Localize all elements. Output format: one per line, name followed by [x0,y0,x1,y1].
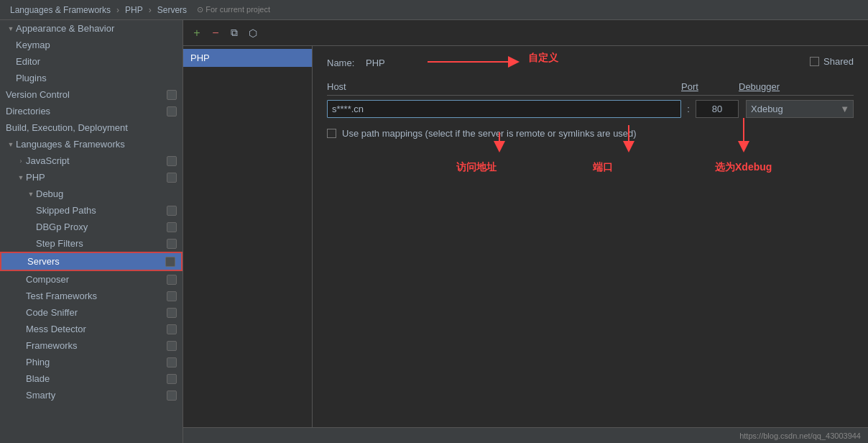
sidebar-item-mess-detector[interactable]: Mess Detector [0,321,183,337]
columns-header: Host Port Debugger [327,81,854,96]
debugger-select[interactable]: Xdebug Zend Debugger [746,100,854,118]
vcs-badge [167,90,177,100]
sidebar-item-label: Composer [26,274,69,285]
sidebar-item-smarty[interactable]: Smarty [0,387,183,403]
sidebar-item-debug[interactable]: ▼ Debug [0,186,183,202]
chevron-right-icon: › [16,156,26,166]
sidebar-item-label: Mess Detector [26,324,86,334]
sidebar-item-label: Keymap [16,40,50,50]
skipped-badge [167,206,177,216]
sidebar-item-label: JavaScript [26,155,70,166]
port-separator: : [681,104,696,114]
server-list-item-label: PHP [190,52,210,63]
sidebar-item-label: Step Filters [36,238,83,249]
server-config: Shared Name: Host Port [313,46,868,427]
top-bar: Languages & Frameworks › PHP › Servers F… [0,0,868,20]
debugger-select-wrapper: Xdebug Zend Debugger ▼ [746,100,854,118]
for-current-label: For current project [197,5,270,14]
sidebar-item-servers[interactable]: Servers [0,252,183,271]
host-port-debugger-row: : Xdebug Zend Debugger ▼ [327,100,854,118]
sidebar-item-dbgp[interactable]: DBGp Proxy [0,219,183,235]
sidebar-item-php[interactable]: ▼ PHP [0,169,183,186]
annotation-host: 访问地址 [456,161,497,174]
shared-checkbox[interactable] [810,57,819,66]
add-server-button[interactable]: + [189,25,205,41]
sidebar-item-label: Servers [27,256,60,267]
port-col-header: Port [681,81,739,92]
server-list: PHP [183,46,313,427]
name-row: Name: [327,56,854,70]
sidebar-item-blade[interactable]: Blade [0,370,183,387]
servers-badge [165,257,175,267]
sidebar-item-skipped-paths[interactable]: Skipped Paths [0,202,183,219]
sidebar-item-label: Languages & Frameworks [16,139,125,150]
dbgp-badge [167,222,177,232]
sidebar: ▼ Appearance & Behavior Keymap Editor Pl… [0,20,183,443]
sidebar-item-label: Plugins [16,73,47,83]
sniffer-badge [167,308,177,318]
sidebar-item-frameworks[interactable]: Frameworks [0,337,183,354]
sidebar-item-composer[interactable]: Composer [0,271,183,288]
blade-badge [167,374,177,384]
sidebar-item-label: Editor [16,56,40,67]
sidebar-item-label: Build, Execution, Deployment [6,122,128,133]
sidebar-item-label: Test Frameworks [26,291,97,301]
smarty-badge [167,391,177,401]
chevron-down-icon: ▼ [6,24,16,34]
sidebar-item-label: Debug [36,188,63,199]
js-badge [167,156,177,166]
sidebar-item-label: Blade [26,373,50,384]
content-area: + − ⧉ ⬡ PHP Shared [183,20,868,443]
footer-url: https://blog.csdn.net/qq_43003944 [739,431,861,440]
remove-server-button[interactable]: − [208,25,223,41]
debugger-col-header: Debugger [739,81,854,92]
directories-badge [167,106,177,117]
move-server-button[interactable]: ⬡ [245,25,261,41]
path-mappings-row: Use path mappings (select if the server … [327,128,854,139]
sidebar-item-javascript[interactable]: › JavaScript [0,152,183,169]
shared-area: Shared [810,56,854,67]
toolbar: + − ⧉ ⬡ [183,20,868,46]
name-label: Name: [327,58,363,68]
composer-badge [167,275,177,285]
annotation-port: 端口 [593,161,613,174]
name-input[interactable] [363,56,489,70]
server-list-item[interactable]: PHP [183,49,312,67]
sidebar-item-step-filters[interactable]: Step Filters [0,235,183,252]
chevron-down-icon: ▼ [16,173,26,183]
sidebar-item-languages[interactable]: ▼ Languages & Frameworks [0,136,183,152]
path-mappings-checkbox[interactable] [327,129,336,138]
sidebar-item-phing[interactable]: Phing [0,354,183,370]
sidebar-item-vcs[interactable]: Version Control [0,86,183,103]
breadcrumb-sep-2: › [149,5,152,15]
host-input[interactable] [327,100,681,118]
php-badge [167,173,177,183]
main-container: ▼ Appearance & Behavior Keymap Editor Pl… [0,20,868,443]
port-input[interactable] [696,100,739,118]
copy-server-button[interactable]: ⧉ [226,25,242,41]
chevron-down-icon: ▼ [6,140,16,150]
sidebar-item-keymap[interactable]: Keymap [0,37,183,53]
sidebar-item-label: PHP [26,172,45,183]
sidebar-item-label: Version Control [6,89,70,100]
mess-badge [167,324,177,334]
sidebar-item-plugins[interactable]: Plugins [0,70,183,86]
annotation-debugger: 选为Xdebug [715,161,772,174]
phing-badge [167,357,177,367]
sidebar-item-code-sniffer[interactable]: Code Sniffer [0,304,183,321]
sidebar-item-test-frameworks[interactable]: Test Frameworks [0,288,183,304]
breadcrumb-sep-1: › [116,5,119,15]
sidebar-item-appearance[interactable]: ▼ Appearance & Behavior [0,20,183,37]
sidebar-item-editor[interactable]: Editor [0,53,183,70]
content-main: PHP Shared Name: [183,46,868,427]
sidebar-item-label: Phing [26,357,50,367]
sidebar-item-build[interactable]: Build, Execution, Deployment [0,119,183,136]
sidebar-item-label: Appearance & Behavior [16,23,114,34]
shared-label: Shared [823,56,854,67]
sidebar-item-directories[interactable]: Directories [0,103,183,119]
sidebar-item-label: Code Sniffer [26,307,78,318]
breadcrumb-lang: Languages & Frameworks [10,5,111,15]
step-badge [167,239,177,249]
frameworks-badge [167,341,177,351]
breadcrumb-php: PHP [125,5,143,15]
